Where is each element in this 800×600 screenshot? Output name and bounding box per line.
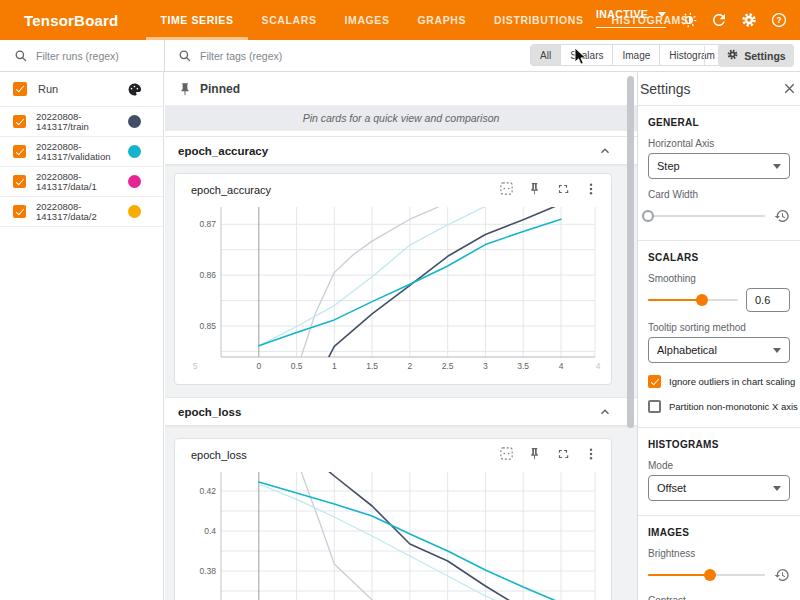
more-options-icon[interactable] [582, 445, 599, 462]
data-selection-icon[interactable] [498, 180, 515, 197]
chevron-up-icon[interactable] [597, 404, 613, 420]
tab-time-series[interactable]: TIME SERIES [146, 0, 247, 40]
tab-images[interactable]: IMAGES [331, 0, 404, 40]
runs-column-label: Run [38, 83, 58, 95]
gear-icon[interactable] [739, 11, 758, 30]
run-row-141317-data-2[interactable]: 20220808-141317/data/2 [0, 197, 163, 227]
section-header-epoch-loss[interactable]: epoch_loss [165, 397, 637, 426]
divider [638, 240, 800, 241]
tab-scalars[interactable]: SCALARS [248, 0, 331, 40]
run-checkbox[interactable] [13, 115, 26, 128]
chevron-down-icon [658, 12, 666, 17]
tab-distributions[interactable]: DISTRIBUTIONS [480, 0, 597, 40]
brightness-icon[interactable] [679, 11, 698, 30]
chevron-down-icon [773, 164, 781, 169]
section-header-epoch-accuracy[interactable]: epoch_accuracy [165, 136, 637, 165]
run-name: 20220808-141317/data/1 [36, 172, 118, 192]
slider-thumb[interactable] [696, 294, 708, 306]
fullscreen-icon[interactable] [554, 180, 571, 197]
run-row-141317-validation[interactable]: 20220808-141317/validation [0, 137, 163, 167]
svg-text:0.86: 0.86 [199, 270, 216, 280]
brightness-label: Brightness [648, 548, 790, 559]
settings-button-label: Settings [744, 50, 785, 62]
filter-button-scalars[interactable]: Scalars [560, 44, 613, 66]
data-selection-icon[interactable] [498, 445, 515, 462]
divider [638, 427, 800, 428]
checkbox-box [648, 375, 661, 388]
partition-x-axis-checkbox[interactable]: Partition non-monotonic X axis ? [648, 400, 790, 413]
checkbox-label: Partition non-monotonic X axis [669, 401, 798, 412]
run-row-141317-data-1[interactable]: 20220808-141317/data/1 [0, 167, 163, 197]
card-width-slider[interactable] [648, 206, 765, 226]
smoothing-value-input[interactable]: 0.6 [746, 288, 790, 312]
smoothing-label: Smoothing [648, 273, 790, 284]
tab-graphs[interactable]: GRAPHS [404, 0, 481, 40]
svg-text:?: ? [776, 16, 781, 25]
palette-icon [127, 82, 142, 97]
filter-button-image[interactable]: Image [612, 44, 660, 66]
tooltip-sorting-label: Tooltip sorting method [648, 322, 790, 333]
scalar-chart-epoch-accuracy[interactable]: 0.850.860.8700.511.522.533.5454 [183, 201, 603, 373]
divider [638, 515, 800, 516]
pin-card-icon[interactable] [526, 180, 543, 197]
svg-text:0.87: 0.87 [199, 219, 216, 229]
run-color-dot [128, 175, 141, 188]
run-color-dot [128, 205, 141, 218]
fullscreen-icon[interactable] [554, 445, 571, 462]
close-icon[interactable] [780, 80, 798, 98]
histograms-heading: HISTOGRAMS [648, 439, 790, 450]
more-options-icon[interactable] [582, 180, 599, 197]
refresh-icon[interactable] [709, 11, 728, 30]
chart-title: epoch_loss [191, 449, 247, 461]
run-checkbox[interactable] [13, 145, 26, 158]
filter-button-all[interactable]: All [530, 44, 561, 66]
tensorboard-app: TensorBoard TIME SERIESSCALARSIMAGESGRAP… [0, 0, 800, 600]
status-dropdown[interactable]: INACTIVE [596, 8, 666, 28]
checkbox-box [648, 400, 661, 413]
slider-thumb[interactable] [704, 569, 716, 581]
runs-filter-cell [0, 40, 165, 71]
run-checkbox[interactable] [13, 205, 26, 218]
chart-title: epoch_accuracy [191, 184, 271, 196]
reset-card-width-icon[interactable] [773, 208, 790, 225]
tooltip-sorting-value: Alphabetical [657, 344, 717, 356]
tooltip-sorting-select[interactable]: Alphabetical [648, 337, 790, 363]
pinned-title: Pinned [200, 82, 240, 96]
filter-tags-input[interactable] [198, 49, 482, 63]
search-icon [178, 49, 192, 63]
chevron-up-icon[interactable] [597, 143, 613, 159]
chevron-down-icon [773, 348, 781, 353]
run-row-141317-train[interactable]: 20220808-141317/train [0, 107, 163, 137]
run-color-dot [128, 115, 141, 128]
filter-button-histogram[interactable]: Histogram [659, 44, 725, 66]
brightness-slider[interactable] [648, 565, 765, 585]
scalar-chart-epoch-loss[interactable]: 0.360.380.40.4200.511.522.533.54 [183, 466, 603, 600]
svg-text:0: 0 [256, 361, 261, 371]
slider-thumb[interactable] [642, 210, 654, 222]
ignore-outliers-checkbox[interactable]: Ignore outliers in chart scaling [648, 375, 790, 388]
pin-card-icon[interactable] [526, 445, 543, 462]
main-scrollbar[interactable] [627, 76, 634, 428]
reset-brightness-icon[interactable] [773, 567, 790, 584]
svg-text:0.4: 0.4 [204, 526, 216, 536]
section-title: epoch_accuracy [178, 145, 268, 157]
svg-text:5: 5 [193, 361, 198, 371]
filter-runs-input[interactable] [34, 49, 148, 63]
card-action-icons [498, 180, 599, 197]
runs-sidebar: Run 20220808-141317/train20220808-141317… [0, 72, 164, 600]
histogram-mode-value: Offset [657, 482, 686, 494]
select-all-runs-checkbox[interactable] [13, 82, 27, 96]
chevron-down-icon [773, 486, 781, 491]
help-icon[interactable]: ? [769, 11, 788, 30]
histogram-mode-select[interactable]: Offset [648, 475, 790, 501]
section-title: epoch_loss [178, 406, 241, 418]
images-heading: IMAGES [648, 527, 790, 538]
smoothing-slider[interactable] [648, 290, 738, 310]
settings-button[interactable]: Settings [718, 44, 794, 67]
run-checkbox[interactable] [13, 175, 26, 188]
app-header: TensorBoard TIME SERIESSCALARSIMAGESGRAP… [0, 0, 800, 40]
settings-panel-title: Settings [640, 81, 691, 97]
horizontal-axis-label: Horizontal Axis [648, 138, 790, 149]
horizontal-axis-select[interactable]: Step [648, 153, 790, 179]
svg-text:4: 4 [596, 361, 601, 371]
